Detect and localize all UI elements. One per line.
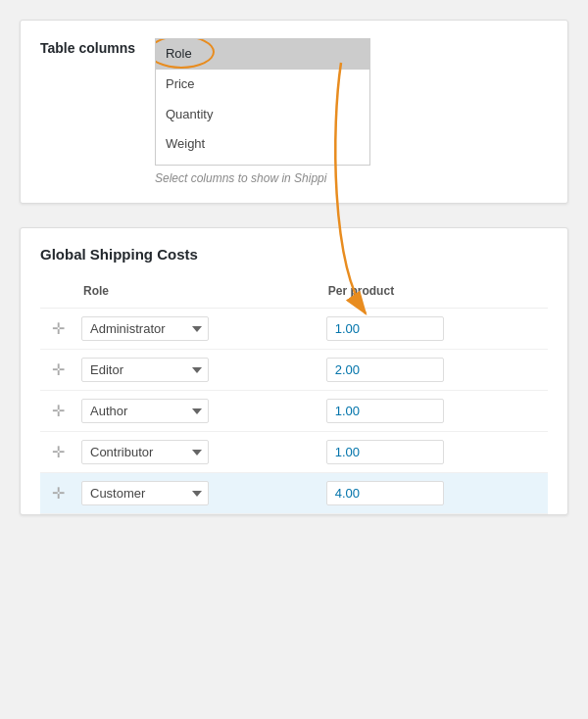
columns-hint: Select columns to show in Shippi [155, 171, 410, 185]
drag-handle-cell: ✛ [40, 391, 75, 432]
role-select[interactable]: AdministratorEditorAuthorContributorCust… [81, 358, 209, 382]
per-product-input[interactable] [326, 399, 444, 423]
drag-handle-icon[interactable]: ✛ [46, 319, 70, 338]
listbox-item-taxonomies[interactable]: Taxonomies [156, 160, 369, 166]
col-per-product-header: Per product [320, 278, 548, 309]
listbox-item-price[interactable]: Price [156, 70, 369, 100]
listbox-item-quantity[interactable]: Quantity [156, 100, 369, 130]
role-select[interactable]: AdministratorEditorAuthorContributorCust… [81, 316, 209, 341]
table-row: ✛AdministratorEditorAuthorContributorCus… [40, 473, 548, 514]
per-product-input[interactable] [326, 358, 444, 382]
role-select[interactable]: AdministratorEditorAuthorContributorCust… [81, 440, 209, 464]
drag-handle-icon[interactable]: ✛ [46, 360, 70, 379]
per-product-input[interactable] [326, 481, 444, 505]
table-row: ✛AdministratorEditorAuthorContributorCus… [40, 391, 548, 432]
columns-listbox[interactable]: Role Price Quantity Weight Taxonomies Ge… [155, 38, 370, 166]
role-cell: AdministratorEditorAuthorContributorCust… [75, 309, 320, 350]
per-product-cell [320, 432, 548, 473]
per-product-input[interactable] [326, 440, 444, 464]
per-product-cell [320, 309, 548, 350]
per-product-cell [320, 350, 548, 391]
drag-handle-icon[interactable]: ✛ [46, 443, 70, 461]
table-row: ✛AdministratorEditorAuthorContributorCus… [40, 350, 548, 391]
shipping-costs-title: Global Shipping Costs [40, 246, 548, 263]
drag-handle-cell: ✛ [40, 473, 75, 514]
role-cell: AdministratorEditorAuthorContributorCust… [75, 473, 320, 514]
shipping-table: Role Per product ✛AdministratorEditorAut… [40, 278, 548, 514]
col-drag [40, 278, 75, 309]
per-product-cell [320, 473, 548, 514]
col-role-header: Role [75, 278, 320, 309]
role-cell: AdministratorEditorAuthorContributorCust… [75, 391, 320, 432]
drag-handle-icon[interactable]: ✛ [46, 402, 70, 420]
role-select[interactable]: AdministratorEditorAuthorContributorCust… [81, 481, 209, 505]
per-product-input[interactable] [326, 316, 444, 341]
role-cell: AdministratorEditorAuthorContributorCust… [75, 350, 320, 391]
table-row: ✛AdministratorEditorAuthorContributorCus… [40, 309, 548, 350]
table-columns-label: Table columns [40, 38, 135, 56]
per-product-cell [320, 391, 548, 432]
drag-handle-cell: ✛ [40, 432, 75, 473]
role-select[interactable]: AdministratorEditorAuthorContributorCust… [81, 399, 209, 423]
table-columns-panel: Table columns Role Price Quantity Weight… [20, 20, 568, 204]
drag-handle-icon[interactable]: ✛ [46, 484, 70, 503]
drag-handle-cell: ✛ [40, 309, 75, 350]
drag-handle-cell: ✛ [40, 350, 75, 391]
role-cell: AdministratorEditorAuthorContributorCust… [75, 432, 320, 473]
shipping-costs-panel: Global Shipping Costs Role Per product ✛… [20, 227, 568, 515]
table-row: ✛AdministratorEditorAuthorContributorCus… [40, 432, 548, 473]
listbox-item-weight[interactable]: Weight [156, 129, 369, 160]
listbox-item-role[interactable]: Role [156, 39, 369, 70]
